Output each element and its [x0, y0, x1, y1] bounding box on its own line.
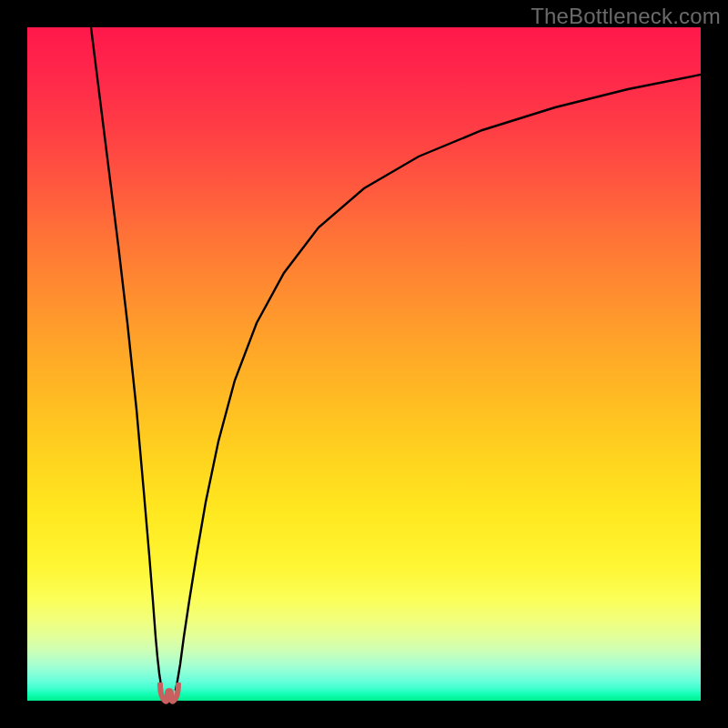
watermark-text: TheBottleneck.com	[531, 4, 721, 29]
chart-frame	[27, 27, 701, 701]
u-shape-icon	[160, 684, 178, 702]
chart-gradient-background	[27, 27, 701, 701]
cusp-marker	[157, 682, 182, 704]
